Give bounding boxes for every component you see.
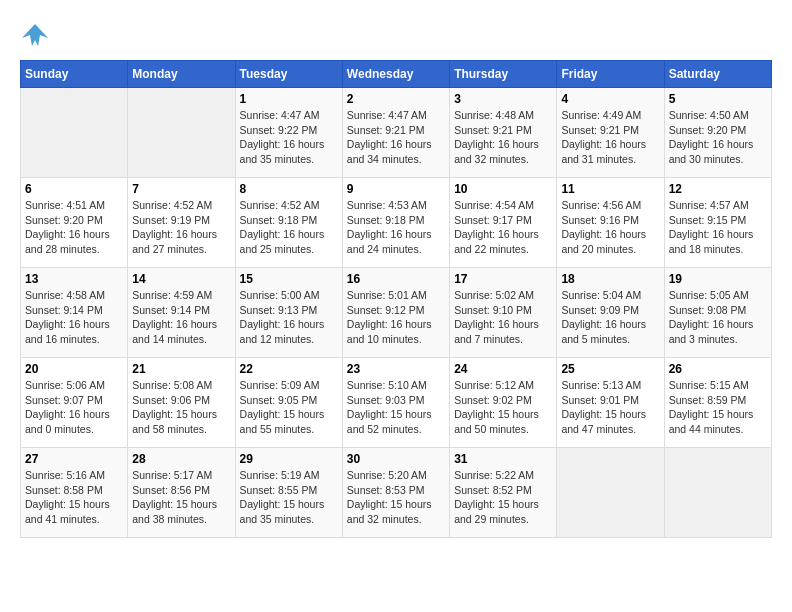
- day-info: Sunrise: 4:47 AM Sunset: 9:21 PM Dayligh…: [347, 108, 445, 167]
- weekday-header: Monday: [128, 61, 235, 88]
- calendar-cell: 5Sunrise: 4:50 AM Sunset: 9:20 PM Daylig…: [664, 88, 771, 178]
- day-number: 12: [669, 182, 767, 196]
- calendar-cell: [664, 448, 771, 538]
- weekday-header: Sunday: [21, 61, 128, 88]
- day-info: Sunrise: 4:58 AM Sunset: 9:14 PM Dayligh…: [25, 288, 123, 347]
- day-info: Sunrise: 5:01 AM Sunset: 9:12 PM Dayligh…: [347, 288, 445, 347]
- day-info: Sunrise: 5:08 AM Sunset: 9:06 PM Dayligh…: [132, 378, 230, 437]
- svg-marker-0: [22, 24, 48, 46]
- day-number: 10: [454, 182, 552, 196]
- day-info: Sunrise: 5:06 AM Sunset: 9:07 PM Dayligh…: [25, 378, 123, 437]
- day-number: 1: [240, 92, 338, 106]
- day-info: Sunrise: 5:00 AM Sunset: 9:13 PM Dayligh…: [240, 288, 338, 347]
- day-info: Sunrise: 5:12 AM Sunset: 9:02 PM Dayligh…: [454, 378, 552, 437]
- calendar-cell: 25Sunrise: 5:13 AM Sunset: 9:01 PM Dayli…: [557, 358, 664, 448]
- calendar-cell: 2Sunrise: 4:47 AM Sunset: 9:21 PM Daylig…: [342, 88, 449, 178]
- day-info: Sunrise: 5:15 AM Sunset: 8:59 PM Dayligh…: [669, 378, 767, 437]
- day-number: 2: [347, 92, 445, 106]
- day-number: 5: [669, 92, 767, 106]
- day-number: 11: [561, 182, 659, 196]
- calendar-cell: 17Sunrise: 5:02 AM Sunset: 9:10 PM Dayli…: [450, 268, 557, 358]
- day-info: Sunrise: 4:59 AM Sunset: 9:14 PM Dayligh…: [132, 288, 230, 347]
- calendar-cell: 18Sunrise: 5:04 AM Sunset: 9:09 PM Dayli…: [557, 268, 664, 358]
- calendar-cell: 29Sunrise: 5:19 AM Sunset: 8:55 PM Dayli…: [235, 448, 342, 538]
- day-info: Sunrise: 4:53 AM Sunset: 9:18 PM Dayligh…: [347, 198, 445, 257]
- day-info: Sunrise: 4:51 AM Sunset: 9:20 PM Dayligh…: [25, 198, 123, 257]
- calendar-cell: 14Sunrise: 4:59 AM Sunset: 9:14 PM Dayli…: [128, 268, 235, 358]
- calendar-week-row: 1Sunrise: 4:47 AM Sunset: 9:22 PM Daylig…: [21, 88, 772, 178]
- day-info: Sunrise: 4:57 AM Sunset: 9:15 PM Dayligh…: [669, 198, 767, 257]
- calendar-cell: 31Sunrise: 5:22 AM Sunset: 8:52 PM Dayli…: [450, 448, 557, 538]
- calendar-cell: 23Sunrise: 5:10 AM Sunset: 9:03 PM Dayli…: [342, 358, 449, 448]
- calendar-cell: 1Sunrise: 4:47 AM Sunset: 9:22 PM Daylig…: [235, 88, 342, 178]
- day-number: 8: [240, 182, 338, 196]
- calendar-cell: 11Sunrise: 4:56 AM Sunset: 9:16 PM Dayli…: [557, 178, 664, 268]
- day-info: Sunrise: 4:48 AM Sunset: 9:21 PM Dayligh…: [454, 108, 552, 167]
- day-number: 17: [454, 272, 552, 286]
- calendar-week-row: 13Sunrise: 4:58 AM Sunset: 9:14 PM Dayli…: [21, 268, 772, 358]
- calendar-cell: 22Sunrise: 5:09 AM Sunset: 9:05 PM Dayli…: [235, 358, 342, 448]
- weekday-header: Tuesday: [235, 61, 342, 88]
- calendar-cell: 13Sunrise: 4:58 AM Sunset: 9:14 PM Dayli…: [21, 268, 128, 358]
- day-number: 26: [669, 362, 767, 376]
- day-number: 19: [669, 272, 767, 286]
- day-info: Sunrise: 5:19 AM Sunset: 8:55 PM Dayligh…: [240, 468, 338, 527]
- calendar-cell: 15Sunrise: 5:00 AM Sunset: 9:13 PM Dayli…: [235, 268, 342, 358]
- calendar-cell: 21Sunrise: 5:08 AM Sunset: 9:06 PM Dayli…: [128, 358, 235, 448]
- calendar-cell: 26Sunrise: 5:15 AM Sunset: 8:59 PM Dayli…: [664, 358, 771, 448]
- day-number: 23: [347, 362, 445, 376]
- calendar-cell: 27Sunrise: 5:16 AM Sunset: 8:58 PM Dayli…: [21, 448, 128, 538]
- weekday-header: Thursday: [450, 61, 557, 88]
- calendar-cell: 4Sunrise: 4:49 AM Sunset: 9:21 PM Daylig…: [557, 88, 664, 178]
- calendar-header-row: SundayMondayTuesdayWednesdayThursdayFrid…: [21, 61, 772, 88]
- day-info: Sunrise: 5:02 AM Sunset: 9:10 PM Dayligh…: [454, 288, 552, 347]
- day-number: 13: [25, 272, 123, 286]
- calendar-cell: [128, 88, 235, 178]
- calendar-cell: 9Sunrise: 4:53 AM Sunset: 9:18 PM Daylig…: [342, 178, 449, 268]
- day-number: 29: [240, 452, 338, 466]
- calendar-cell: 19Sunrise: 5:05 AM Sunset: 9:08 PM Dayli…: [664, 268, 771, 358]
- day-info: Sunrise: 5:13 AM Sunset: 9:01 PM Dayligh…: [561, 378, 659, 437]
- day-number: 27: [25, 452, 123, 466]
- day-info: Sunrise: 4:56 AM Sunset: 9:16 PM Dayligh…: [561, 198, 659, 257]
- calendar-cell: 16Sunrise: 5:01 AM Sunset: 9:12 PM Dayli…: [342, 268, 449, 358]
- calendar-cell: [21, 88, 128, 178]
- day-number: 30: [347, 452, 445, 466]
- page-header: [20, 20, 772, 50]
- calendar-cell: 30Sunrise: 5:20 AM Sunset: 8:53 PM Dayli…: [342, 448, 449, 538]
- day-info: Sunrise: 4:52 AM Sunset: 9:19 PM Dayligh…: [132, 198, 230, 257]
- day-number: 16: [347, 272, 445, 286]
- day-number: 22: [240, 362, 338, 376]
- day-number: 31: [454, 452, 552, 466]
- calendar-cell: [557, 448, 664, 538]
- weekday-header: Saturday: [664, 61, 771, 88]
- day-number: 28: [132, 452, 230, 466]
- day-info: Sunrise: 4:47 AM Sunset: 9:22 PM Dayligh…: [240, 108, 338, 167]
- day-info: Sunrise: 4:52 AM Sunset: 9:18 PM Dayligh…: [240, 198, 338, 257]
- calendar-week-row: 6Sunrise: 4:51 AM Sunset: 9:20 PM Daylig…: [21, 178, 772, 268]
- calendar-cell: 6Sunrise: 4:51 AM Sunset: 9:20 PM Daylig…: [21, 178, 128, 268]
- day-number: 24: [454, 362, 552, 376]
- day-number: 21: [132, 362, 230, 376]
- day-info: Sunrise: 5:10 AM Sunset: 9:03 PM Dayligh…: [347, 378, 445, 437]
- calendar-cell: 28Sunrise: 5:17 AM Sunset: 8:56 PM Dayli…: [128, 448, 235, 538]
- day-number: 3: [454, 92, 552, 106]
- calendar-table: SundayMondayTuesdayWednesdayThursdayFrid…: [20, 60, 772, 538]
- calendar-cell: 8Sunrise: 4:52 AM Sunset: 9:18 PM Daylig…: [235, 178, 342, 268]
- day-info: Sunrise: 5:22 AM Sunset: 8:52 PM Dayligh…: [454, 468, 552, 527]
- calendar-week-row: 27Sunrise: 5:16 AM Sunset: 8:58 PM Dayli…: [21, 448, 772, 538]
- day-number: 4: [561, 92, 659, 106]
- calendar-cell: 7Sunrise: 4:52 AM Sunset: 9:19 PM Daylig…: [128, 178, 235, 268]
- weekday-header: Wednesday: [342, 61, 449, 88]
- calendar-cell: 10Sunrise: 4:54 AM Sunset: 9:17 PM Dayli…: [450, 178, 557, 268]
- day-number: 6: [25, 182, 123, 196]
- day-number: 15: [240, 272, 338, 286]
- calendar-cell: 3Sunrise: 4:48 AM Sunset: 9:21 PM Daylig…: [450, 88, 557, 178]
- calendar-cell: 12Sunrise: 4:57 AM Sunset: 9:15 PM Dayli…: [664, 178, 771, 268]
- weekday-header: Friday: [557, 61, 664, 88]
- day-info: Sunrise: 5:16 AM Sunset: 8:58 PM Dayligh…: [25, 468, 123, 527]
- day-number: 18: [561, 272, 659, 286]
- logo: [20, 20, 54, 50]
- day-info: Sunrise: 4:49 AM Sunset: 9:21 PM Dayligh…: [561, 108, 659, 167]
- calendar-cell: 20Sunrise: 5:06 AM Sunset: 9:07 PM Dayli…: [21, 358, 128, 448]
